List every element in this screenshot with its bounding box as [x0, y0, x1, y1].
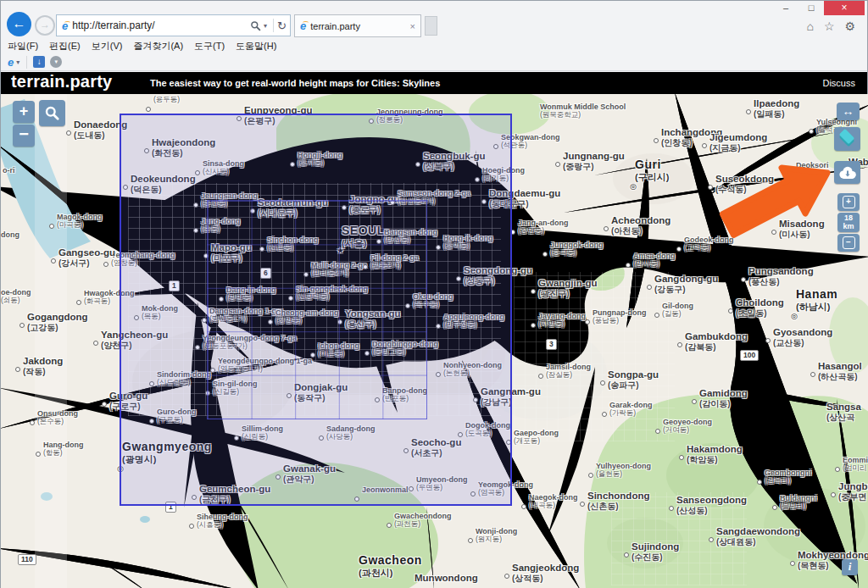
map-label: Gaepo-dong(개포동) — [514, 429, 559, 446]
map-label: Songpa-gu(송파구) — [608, 369, 659, 390]
discuss-link[interactable]: Discuss — [822, 78, 855, 88]
tab-favicon: e — [300, 19, 306, 32]
map-label: Choildong(초일동) — [736, 297, 784, 318]
map-label: Hakamdong(학암동) — [687, 444, 743, 464]
map-label: Sangdaewondong(상대원동) — [716, 526, 800, 546]
map-label: Geoyeo-dong(거여동) — [663, 418, 712, 435]
cloud-download-icon — [837, 165, 858, 180]
place-dot-icon — [741, 277, 746, 282]
menu-item[interactable]: 보기(V) — [92, 41, 123, 51]
place-dot-icon — [588, 473, 593, 478]
layers-button[interactable] — [834, 127, 860, 151]
map-label: Siheung-dong(시흥동) — [197, 513, 248, 530]
info-button[interactable]: i — [842, 559, 858, 575]
map-zoom-in-button[interactable]: + — [13, 101, 35, 123]
new-tab-button[interactable] — [425, 16, 437, 36]
map-label: Jang-an-dong(장안동) — [518, 219, 569, 236]
menu-item[interactable]: 도움말(H) — [236, 41, 276, 51]
place-dot-icon — [146, 107, 151, 112]
map-label: Magok-dong(마곡동) — [57, 213, 103, 230]
chevron-down-icon[interactable]: ▾ — [16, 58, 19, 66]
dropdown-circle-icon[interactable]: ▾ — [50, 56, 62, 68]
map-label: oe-dong(쇠동) — [1, 288, 31, 305]
favorites-icon[interactable]: ☆ — [824, 19, 835, 33]
place-dot-icon — [555, 162, 560, 167]
map-zoom-out-button[interactable]: − — [13, 125, 35, 147]
map-label: Naegok-dong(내곡동) — [529, 493, 578, 510]
map-label: Hang-dong(항동) — [43, 441, 84, 458]
place-dot-icon — [66, 130, 71, 136]
download-manager-icon[interactable]: ↓ — [33, 56, 45, 68]
map-label: Jamsil-dong(잠실동) — [546, 363, 591, 380]
download-heightmap-button[interactable] — [834, 161, 860, 184]
place-dot-icon — [624, 552, 629, 557]
site-tagline: The easiest way to get real-world height… — [150, 78, 440, 88]
place-dot-icon — [708, 185, 713, 190]
place-dot-icon — [835, 467, 840, 472]
place-dot-icon — [746, 109, 751, 114]
home-icon[interactable]: ⌂ — [806, 19, 813, 33]
resize-selection-button[interactable]: ↔ — [837, 103, 860, 120]
place-dot-icon — [538, 374, 543, 379]
place-dot-icon — [676, 247, 682, 252]
place-dot-icon — [93, 341, 98, 346]
map-label: Jakdong(작동) — [23, 356, 63, 376]
map-viewport[interactable]: (용두동)Eunpyeong-gu(은평구)Donaedong(도내동)Hwaj… — [1, 94, 868, 588]
map-label: Wonmuk Middle School(원묵중학교) — [540, 103, 626, 119]
menu-item[interactable]: 도구(T) — [194, 41, 225, 51]
place-dot-icon — [19, 323, 25, 328]
map-label: Pungnap-dong(풍납동) — [593, 308, 646, 325]
city-marker-icon: ◎ — [791, 312, 798, 320]
map-label: Garak-dong(가락동) — [609, 401, 653, 418]
tab-terrain-party[interactable]: e terrain.party × — [294, 14, 421, 37]
map-label: Acheondong(아천동) — [611, 215, 670, 236]
back-button[interactable]: ← — [7, 12, 31, 36]
map-label: Suseokdong(수석동) — [715, 174, 774, 194]
selection-box[interactable] — [120, 114, 512, 506]
menu-item[interactable]: 편집(E) — [49, 41, 81, 51]
menu-item[interactable]: 즐겨찾기(A) — [133, 41, 183, 51]
map-label: dong — [1, 230, 19, 239]
map-label: Gogangdong(고강동) — [27, 312, 88, 332]
url-text[interactable]: http://terrain.party/ — [72, 19, 250, 31]
tab-close-icon[interactable]: × — [410, 21, 415, 31]
map-label: Jungbu(중부면 — [838, 481, 868, 502]
place-dot-icon — [531, 323, 536, 328]
place-dot-icon — [585, 319, 590, 325]
map-label: Sanseongdong(산성동) — [676, 495, 747, 515]
place-dot-icon — [468, 538, 473, 543]
map-label: Wonji-dong(원지동) — [476, 527, 517, 544]
address-bar[interactable]: e http://terrain.party/ ▾ ↻ — [56, 14, 291, 36]
shrink-selection-button[interactable]: − — [837, 234, 860, 252]
place-dot-icon — [531, 289, 536, 294]
settings-gear-icon[interactable]: ⚙ — [844, 19, 855, 33]
map-label: Misadong(미사동) — [779, 219, 825, 239]
place-dot-icon — [728, 308, 733, 313]
search-dropdown-icon[interactable]: ▾ — [264, 22, 267, 30]
place-dot-icon — [542, 252, 548, 257]
map-label: Gyosandong(교산동) — [773, 327, 832, 347]
map-label: Amsa-dong(암사동) — [633, 252, 676, 269]
forward-button[interactable]: → — [35, 15, 55, 36]
map-label: Godeok-dong(고덕동) — [684, 236, 734, 252]
map-label: Deoksori(덕소리) — [796, 161, 829, 178]
place-dot-icon — [772, 505, 777, 510]
map-label: Jayang-dong(자양동) — [538, 312, 586, 329]
refresh-icon[interactable]: ↻ — [277, 19, 287, 32]
ie-logo-icon[interactable]: e — [8, 56, 14, 69]
map-label: Gil-dong(길동) — [662, 302, 693, 319]
enlarge-selection-button[interactable]: + — [837, 193, 860, 211]
road-number-badge: 3 — [546, 339, 557, 350]
place-dot-icon — [790, 561, 795, 566]
selection-scale-indicator: 18 km — [837, 213, 860, 232]
map-search-button[interactable] — [39, 100, 65, 126]
map-label: Hanam(하남시)◎ — [796, 288, 837, 312]
menu-item[interactable]: 파일(F) — [8, 41, 38, 51]
place-dot-icon — [189, 524, 194, 529]
search-icon[interactable] — [250, 20, 261, 31]
place-dot-icon — [669, 506, 674, 511]
navigation-bar: ← → e http://terrain.party/ ▾ ↻ e terrai… — [1, 11, 867, 40]
place-dot-icon — [602, 412, 607, 417]
plus-box-icon: + — [843, 196, 855, 208]
map-label: Sangjeokdong(상적동) — [512, 563, 579, 583]
